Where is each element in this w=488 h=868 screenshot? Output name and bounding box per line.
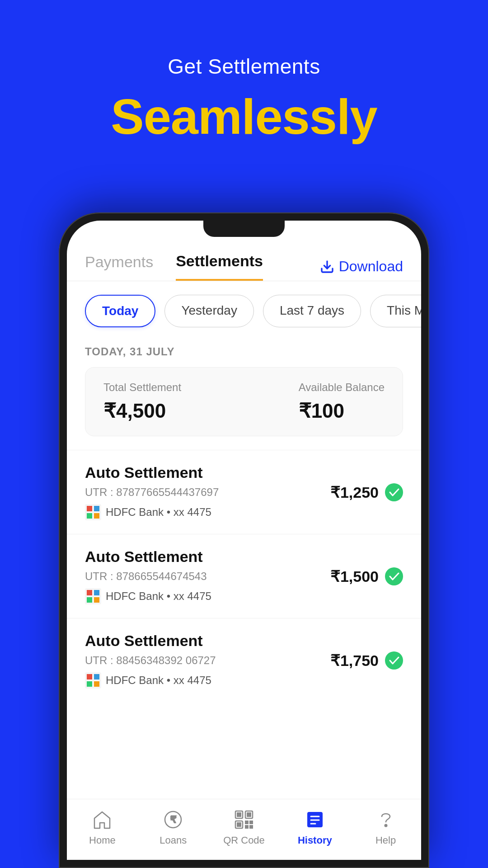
svg-rect-22 bbox=[237, 813, 241, 816]
settlement-item[interactable]: Auto Settlement UTR : 87877665544437697 bbox=[67, 450, 421, 534]
nav-history-label: History bbox=[298, 835, 332, 846]
svg-rect-30 bbox=[250, 826, 253, 828]
svg-rect-24 bbox=[247, 813, 251, 816]
chip-thismonth[interactable]: This Mon... bbox=[370, 295, 421, 327]
available-balance: Available Balance ₹100 bbox=[299, 381, 385, 422]
qrcode-icon bbox=[233, 808, 255, 831]
bank-name: HDFC Bank • xx 4475 bbox=[106, 674, 211, 687]
svg-point-35 bbox=[385, 825, 387, 827]
nav-item-home[interactable]: Home bbox=[73, 808, 131, 846]
app-content: Payments Settlements Download Today Y bbox=[67, 221, 421, 860]
phone-notch bbox=[203, 221, 285, 237]
hero-subtitle: Get Settlements bbox=[0, 54, 488, 79]
settlement-bank: HDFC Bank • xx 4475 bbox=[85, 504, 219, 520]
hdfc-bank-icon bbox=[85, 588, 101, 604]
svg-rect-4 bbox=[87, 513, 92, 519]
svg-rect-8 bbox=[87, 590, 92, 595]
loans-icon: ₹ bbox=[162, 808, 184, 831]
hdfc-bank-icon bbox=[85, 672, 101, 689]
summary-card: Total Settlement ₹4,500 Available Balanc… bbox=[85, 367, 403, 436]
settlement-utr: UTR : 87877665544437697 bbox=[85, 486, 219, 499]
nav-loans-label: Loans bbox=[160, 835, 187, 846]
download-icon bbox=[320, 259, 334, 274]
chip-today[interactable]: Today bbox=[85, 295, 155, 327]
settlement-amount-section: ₹1,500 bbox=[330, 567, 403, 585]
settlement-amount: ₹1,500 bbox=[330, 567, 379, 585]
svg-rect-29 bbox=[245, 826, 248, 828]
settlement-utr: UTR : 878665544674543 bbox=[85, 570, 211, 583]
settlement-amount-section: ₹1,250 bbox=[330, 483, 403, 501]
svg-point-6 bbox=[385, 483, 403, 501]
settlement-amount-section: ₹1,750 bbox=[330, 651, 403, 670]
svg-rect-2 bbox=[87, 506, 92, 511]
svg-rect-5 bbox=[94, 513, 99, 519]
chip-last7days[interactable]: Last 7 days bbox=[263, 295, 361, 327]
settlement-bank: HDFC Bank • xx 4475 bbox=[85, 672, 216, 689]
total-value: ₹4,500 bbox=[103, 399, 181, 422]
bank-name: HDFC Bank • xx 4475 bbox=[106, 506, 211, 519]
svg-text:₹: ₹ bbox=[170, 815, 176, 825]
svg-point-18 bbox=[385, 651, 403, 670]
svg-rect-26 bbox=[237, 823, 241, 826]
success-icon bbox=[385, 567, 403, 585]
nav-item-loans[interactable]: ₹ Loans bbox=[144, 808, 202, 846]
download-label: Download bbox=[339, 258, 403, 275]
nav-item-qrcode[interactable]: QR Code bbox=[215, 808, 273, 846]
phone-mockup: Payments Settlements Download Today Y bbox=[59, 212, 429, 868]
hero-title: Seamlessly bbox=[0, 88, 488, 145]
nav-item-help[interactable]: Help bbox=[357, 808, 415, 846]
settlement-name: Auto Settlement bbox=[85, 548, 211, 566]
phone-screen: Payments Settlements Download Today Y bbox=[67, 221, 421, 860]
total-label: Total Settlement bbox=[103, 381, 181, 394]
bottom-nav: Home ₹ Loans bbox=[67, 799, 421, 860]
help-icon bbox=[375, 808, 397, 831]
settlement-info: Auto Settlement UTR : 88456348392 06727 bbox=[85, 632, 216, 689]
settlement-bank: HDFC Bank • xx 4475 bbox=[85, 588, 211, 604]
svg-rect-11 bbox=[94, 597, 99, 603]
svg-point-12 bbox=[385, 567, 403, 585]
balance-label: Available Balance bbox=[299, 381, 385, 394]
settlement-name: Auto Settlement bbox=[85, 632, 216, 650]
settlement-utr: UTR : 88456348392 06727 bbox=[85, 654, 216, 667]
svg-rect-17 bbox=[94, 681, 99, 687]
settlement-amount: ₹1,750 bbox=[330, 651, 379, 670]
bank-name: HDFC Bank • xx 4475 bbox=[106, 590, 211, 603]
nav-help-label: Help bbox=[375, 835, 396, 846]
balance-value: ₹100 bbox=[299, 399, 385, 422]
svg-rect-16 bbox=[87, 681, 92, 687]
svg-rect-27 bbox=[245, 821, 248, 824]
nav-item-history[interactable]: History bbox=[286, 808, 344, 846]
settlement-info: Auto Settlement UTR : 87877665544437697 bbox=[85, 464, 219, 520]
svg-rect-10 bbox=[87, 597, 92, 603]
settlement-name: Auto Settlement bbox=[85, 464, 219, 481]
home-icon bbox=[91, 808, 113, 831]
history-icon bbox=[304, 808, 326, 831]
svg-rect-14 bbox=[87, 674, 92, 679]
success-icon bbox=[385, 483, 403, 501]
settlement-item[interactable]: Auto Settlement UTR : 878665544674543 bbox=[67, 534, 421, 618]
total-settlement: Total Settlement ₹4,500 bbox=[103, 381, 181, 422]
phone-outer: Payments Settlements Download Today Y bbox=[59, 212, 429, 868]
svg-rect-3 bbox=[94, 506, 99, 511]
chip-yesterday[interactable]: Yesterday bbox=[164, 295, 254, 327]
hero-section: Get Settlements Seamlessly bbox=[0, 0, 488, 172]
svg-rect-28 bbox=[250, 821, 253, 824]
svg-rect-15 bbox=[94, 674, 99, 679]
tab-payments[interactable]: Payments bbox=[85, 253, 153, 280]
nav-qrcode-label: QR Code bbox=[223, 835, 265, 846]
download-button[interactable]: Download bbox=[320, 258, 403, 275]
svg-rect-9 bbox=[94, 590, 99, 595]
settlement-item[interactable]: Auto Settlement UTR : 88456348392 06727 bbox=[67, 618, 421, 702]
tab-settlements[interactable]: Settlements bbox=[176, 252, 263, 281]
success-icon bbox=[385, 651, 403, 670]
settlement-info: Auto Settlement UTR : 878665544674543 bbox=[85, 548, 211, 604]
settlement-amount: ₹1,250 bbox=[330, 483, 379, 501]
filter-chips: Today Yesterday Last 7 days This Mon... bbox=[67, 281, 421, 341]
nav-home-label: Home bbox=[89, 835, 116, 846]
date-header: TODAY, 31 JULY bbox=[67, 341, 421, 367]
settlement-list: Auto Settlement UTR : 87877665544437697 bbox=[67, 450, 421, 799]
tab-bar: Payments Settlements Download bbox=[67, 243, 421, 281]
hdfc-bank-icon bbox=[85, 504, 101, 520]
